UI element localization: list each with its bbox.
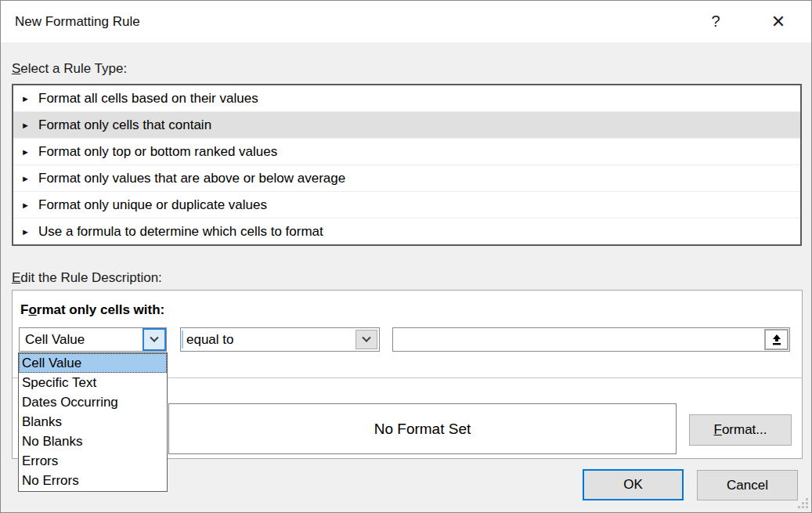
pointer-icon: ► (21, 201, 38, 210)
title-bar: New Formatting Rule ? ✕ (1, 1, 811, 42)
rule-type-item-label: Use a formula to determine which cells t… (38, 224, 323, 240)
dropdown-option[interactable]: Errors (19, 452, 167, 471)
chevron-down-icon (150, 333, 158, 341)
close-icon[interactable]: ✕ (762, 1, 795, 42)
dropdown-option[interactable]: Dates Occurring (19, 392, 167, 412)
rule-type-item-label: Format only unique or duplicate values (38, 197, 267, 213)
operator-combobox[interactable]: equal to (180, 327, 380, 352)
dialog-title: New Formatting Rule (15, 1, 140, 42)
dropdown-option[interactable]: Specific Text (19, 373, 167, 392)
chevron-down-icon (362, 333, 370, 341)
cell-value-dropdown-list: Cell Value Specific Text Dates Occurring… (18, 352, 168, 492)
pointer-icon: ► (21, 121, 38, 130)
cell-value-combobox-value: Cell Value (25, 328, 85, 351)
cell-value-combobox-dropdown-button[interactable] (143, 328, 166, 351)
rule-type-item-label: Format only cells that contain (38, 117, 211, 133)
ok-button[interactable]: OK (583, 469, 684, 500)
rule-type-item-label: Format only values that are above or bel… (38, 171, 345, 186)
format-button[interactable]: Format... (689, 414, 792, 446)
dropdown-option[interactable]: Blanks (19, 412, 167, 432)
rule-type-item-label: Format all cells based on their values (38, 91, 258, 107)
value-input-wrapper (392, 327, 790, 352)
dropdown-option[interactable]: No Errors (19, 471, 167, 491)
help-icon[interactable]: ? (699, 1, 732, 42)
range-select-icon (770, 334, 783, 346)
rule-type-item-label: Format only top or bottom ranked values (38, 144, 277, 160)
format-only-cells-with-label: Format only cells with: (20, 302, 164, 318)
pointer-icon: ► (21, 147, 38, 157)
rule-type-item[interactable]: ► Format only values that are above or b… (13, 165, 800, 192)
cancel-button[interactable]: Cancel (697, 470, 798, 500)
rule-type-item-selected[interactable]: ► Format only cells that contain (13, 112, 800, 139)
dropdown-option-selected[interactable]: Cell Value (19, 353, 167, 373)
rule-type-item[interactable]: ► Format only top or bottom ranked value… (13, 139, 800, 165)
select-rule-type-label: Select a Rule Type: (12, 61, 127, 77)
rule-type-listbox: ► Format all cells based on their values… (12, 84, 802, 246)
operator-combobox-dropdown-button[interactable] (355, 330, 377, 349)
rule-type-item[interactable]: ► Format all cells based on their values (13, 85, 800, 112)
pointer-icon: ► (21, 227, 38, 237)
format-preview-box: No Format Set (168, 403, 677, 454)
new-formatting-rule-dialog: New Formatting Rule ? ✕ Select a Rule Ty… (0, 0, 812, 513)
operator-combobox-value: equal to (186, 328, 234, 351)
collapse-dialog-button[interactable] (764, 329, 789, 350)
resize-grip[interactable] (798, 498, 808, 508)
pointer-icon: ► (21, 94, 38, 103)
format-preview-text: No Format Set (374, 421, 471, 438)
text-caret (182, 331, 183, 349)
cell-value-combobox[interactable]: Cell Value (19, 327, 167, 352)
value-input[interactable] (393, 328, 789, 351)
edit-rule-description-label: Edit the Rule Description: (12, 270, 162, 286)
rule-type-item[interactable]: ► Format only unique or duplicate values (13, 192, 800, 219)
rule-type-item[interactable]: ► Use a formula to determine which cells… (13, 219, 800, 244)
dropdown-option[interactable]: No Blanks (19, 432, 167, 452)
pointer-icon: ► (21, 174, 38, 183)
